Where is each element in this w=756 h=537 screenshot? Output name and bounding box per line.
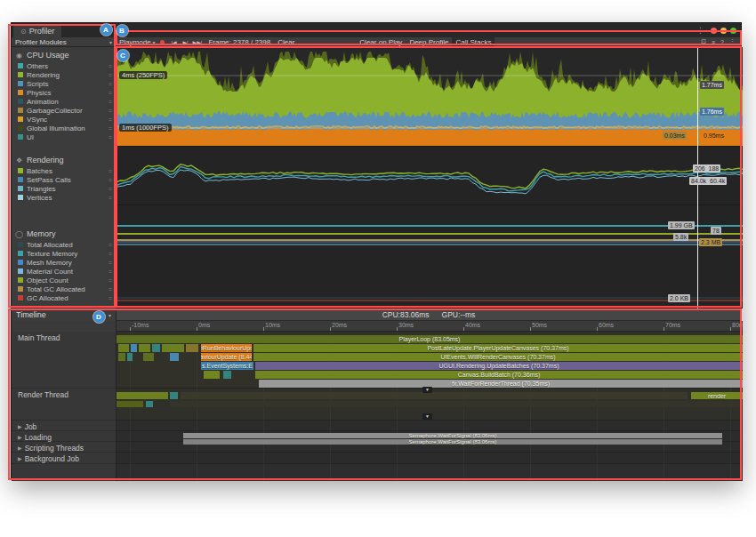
legend-item-animation[interactable]: Animation= xyxy=(12,97,116,106)
legend-item-ui[interactable]: UI= xyxy=(12,132,116,141)
timeline-sample[interactable] xyxy=(117,392,168,399)
drag-handle-icon[interactable]: = xyxy=(109,168,112,174)
timeline-sample[interactable] xyxy=(204,371,220,379)
drag-handle-icon[interactable]: = xyxy=(109,260,112,266)
legend-item-rendering[interactable]: Rendering= xyxy=(12,70,116,79)
drag-handle-icon[interactable]: = xyxy=(109,134,112,140)
timeline-sample-canvas-buildbatch-70-36ms[interactable]: Canvas.BuildBatch (70.36ms) xyxy=(255,371,743,379)
foldout-arrow-icon[interactable]: ▶ xyxy=(18,423,22,429)
drag-handle-icon[interactable]: = xyxy=(109,242,112,248)
window-minimize-button[interactable] xyxy=(720,28,727,34)
timeline-view-dropdown[interactable]: Timeline ▾ xyxy=(12,309,117,321)
timeline-sample[interactable] xyxy=(118,353,125,361)
timeline-track-area[interactable]: PlayerLoop (83.05ms)nRunBehaviourUpdPost… xyxy=(117,332,743,481)
timeline-sample[interactable] xyxy=(181,392,688,399)
thread-row-background-job[interactable]: ▶Background Job xyxy=(12,453,116,464)
memory-chart[interactable]: 1.99 GB785.8k2.3 MB2.0 KB xyxy=(117,205,743,307)
timeline-sample-playerloop-83-05ms[interactable]: PlayerLoop (83.05ms) xyxy=(117,335,743,343)
timeline-sample-semaphore-waitforsignal-83-06ms[interactable]: Semaphore.WaitForSignal (83.06ms) xyxy=(183,433,722,438)
drag-handle-icon[interactable]: = xyxy=(109,268,112,275)
legend-item-total-allocated[interactable]: Total Allocated= xyxy=(12,240,116,249)
cpu-usage-chart[interactable]: 4ms (250FPS)1ms (1000FPS)1.77ms1.76ms0.0… xyxy=(117,47,743,147)
legend-item-material-count[interactable]: Material Count= xyxy=(12,267,116,276)
thread-row-scripting-threads[interactable]: ▶Scripting Threads xyxy=(12,442,116,453)
clear-button[interactable]: Clear xyxy=(277,38,294,46)
timeline-sample[interactable] xyxy=(131,344,137,352)
legend-item-setpass-calls[interactable]: SetPass Calls= xyxy=(12,175,116,184)
window-zoom-button[interactable] xyxy=(730,28,736,34)
drag-handle-icon[interactable]: = xyxy=(109,99,112,105)
foldout-arrow-icon[interactable]: ▶ xyxy=(18,445,22,451)
timeline-sample[interactable] xyxy=(146,401,153,407)
timeline-sample-ugui-rendering-updatebatches-70-37ms[interactable]: UGUI.Rendering.UpdateBatches (70.37ms) xyxy=(255,362,743,370)
timeline-sample[interactable] xyxy=(170,392,178,399)
drag-handle-icon[interactable]: = xyxy=(109,186,112,192)
timeline-sample-postlateupdate-playerupdatecanvases-70-3[interactable]: PostLateUpdate.PlayerUpdateCanvases (70.… xyxy=(253,344,743,352)
timeline-sample[interactable] xyxy=(170,401,743,407)
drag-handle-icon[interactable]: = xyxy=(109,81,112,87)
timeline-sample-fx-waitforrenderthread-70-35ms[interactable]: fx.WaitForRenderThread (70.35ms) xyxy=(259,380,743,388)
context-menu-icon[interactable]: ⋮ xyxy=(729,38,736,45)
preferences-icon[interactable]: ⊡ xyxy=(701,38,706,45)
jump-last-frame-button[interactable]: ▶▶| xyxy=(193,37,203,46)
timeline-sample-uievents-willrendercanvases-70-37ms[interactable]: UIEvents.WillRenderCanvases (70.37ms) xyxy=(253,353,743,361)
foldout-arrow-icon[interactable]: ▶ xyxy=(18,455,22,461)
expand-marker[interactable]: ▼ xyxy=(422,413,432,420)
legend-item-triangles[interactable]: Triangles= xyxy=(12,184,116,193)
timeline-sample-nrunbehaviourupd[interactable]: nRunBehaviourUpd xyxy=(201,344,252,352)
drag-handle-icon[interactable]: = xyxy=(109,277,112,284)
timeline-sample[interactable] xyxy=(223,371,231,379)
thread-row-loading[interactable]: ▶Loading xyxy=(12,431,116,442)
drag-handle-icon[interactable]: = xyxy=(109,108,112,114)
drag-handle-icon[interactable]: = xyxy=(109,177,112,183)
expand-marker[interactable]: ▼ xyxy=(422,387,432,393)
thread-row-job[interactable]: ▶Job xyxy=(12,421,116,431)
next-frame-button[interactable]: ▶| xyxy=(181,37,190,46)
record-button[interactable] xyxy=(158,37,167,46)
drag-handle-icon[interactable]: = xyxy=(109,63,112,69)
thread-row-render-thread[interactable]: Render Thread xyxy=(12,389,116,421)
tab-profiler[interactable]: ⊙ Profiler xyxy=(13,25,61,37)
legend-item-object-count[interactable]: Object Count= xyxy=(12,276,116,285)
legend-item-gc-allocated[interactable]: GC Allocated= xyxy=(12,293,116,302)
timeline-sample[interactable] xyxy=(127,353,133,361)
window-close-button[interactable] xyxy=(711,28,717,34)
module-header-cpu-usage[interactable]: ◉CPU Usage xyxy=(12,49,116,61)
timeline-sample[interactable] xyxy=(143,353,154,361)
clear-on-play-button[interactable]: Clear on Play xyxy=(356,37,406,47)
legend-item-batches[interactable]: Batches= xyxy=(12,166,116,175)
timeline-sample-s-eventsystems-e[interactable]: s.EventSystems:E xyxy=(201,362,253,370)
timeline-sample-semaphore-waitforsignal-83-06ms[interactable]: Semaphore.WaitForSignal (83.06ms) xyxy=(183,439,722,445)
timeline-sample[interactable] xyxy=(139,344,150,352)
legend-item-mesh-memory[interactable]: Mesh Memory= xyxy=(12,258,116,267)
legend-item-global-illumination[interactable]: Global Illumination= xyxy=(12,124,116,132)
drag-handle-icon[interactable]: = xyxy=(109,195,112,201)
timeline-sample[interactable] xyxy=(117,401,143,407)
playmode-dropdown[interactable]: Playmode ▾ xyxy=(119,38,156,46)
help-icon[interactable]: ? xyxy=(720,39,724,45)
timeline-sample[interactable] xyxy=(118,344,129,352)
legend-item-garbagecollector[interactable]: GarbageCollector= xyxy=(12,106,116,115)
legend-item-texture-memory[interactable]: Texture Memory= xyxy=(12,249,116,258)
legend-item-vsync[interactable]: VSync= xyxy=(12,115,116,124)
drag-handle-icon[interactable]: = xyxy=(109,295,112,301)
drag-handle-icon[interactable]: = xyxy=(109,72,112,78)
timeline-sample-render[interactable]: render xyxy=(691,392,743,399)
window-menu-icon[interactable]: ⋮ xyxy=(696,26,704,35)
timeline-sample[interactable] xyxy=(170,353,179,361)
thread-row-main-thread[interactable]: Main Thread xyxy=(12,332,116,389)
timeline-sample[interactable] xyxy=(162,344,184,352)
module-header-rendering[interactable]: ❖Rendering xyxy=(12,154,116,166)
drag-handle-icon[interactable]: = xyxy=(109,125,112,132)
call-stacks-button[interactable]: Call Stacks xyxy=(452,37,495,47)
jump-first-frame-button[interactable]: |◀ xyxy=(170,37,179,46)
legend-item-total-gc-allocated[interactable]: Total GC Allocated= xyxy=(12,285,116,293)
deep-profile-button[interactable]: Deep Profile xyxy=(406,37,452,47)
foldout-arrow-icon[interactable]: ▶ xyxy=(18,434,22,440)
drag-handle-icon[interactable]: = xyxy=(109,90,112,96)
legend-item-vertices[interactable]: Vertices= xyxy=(12,193,116,202)
profiler-modules-dropdown[interactable]: Profiler Modules ▾ xyxy=(12,37,117,46)
legend-item-others[interactable]: Others= xyxy=(12,61,116,70)
timeline-sample[interactable] xyxy=(152,344,160,352)
legend-item-physics[interactable]: Physics= xyxy=(12,88,116,97)
